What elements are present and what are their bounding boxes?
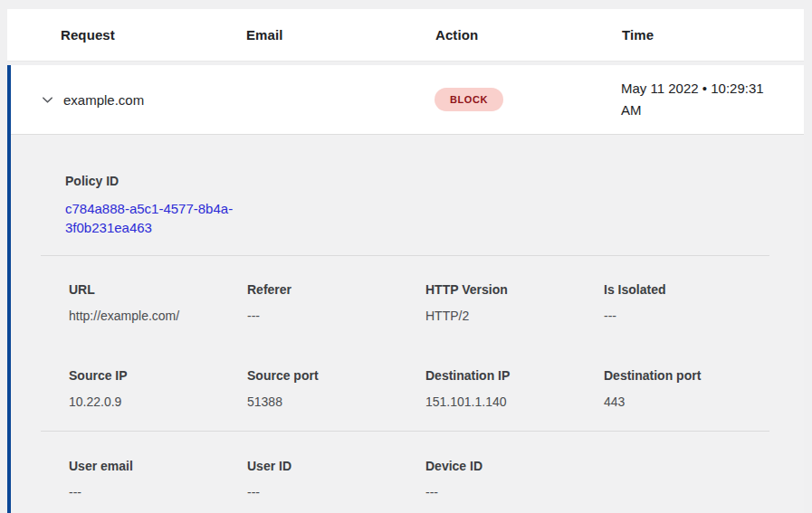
detail-field: User ID ---: [247, 459, 425, 499]
detail-row-network: Source IP 10.22.0.9 Source port 51388 De…: [41, 368, 769, 409]
field-value: HTTP/2: [425, 309, 604, 323]
field-label: Device ID: [425, 459, 604, 473]
policy-section: Policy ID c784a888-a5c1-4577-8b4a-3f0b23…: [41, 174, 769, 237]
field-label: Referer: [247, 282, 425, 297]
field-label: Destination port: [604, 368, 769, 383]
policy-id-label: Policy ID: [65, 174, 769, 188]
field-value: ---: [604, 309, 769, 323]
chevron-down-icon: [41, 93, 54, 107]
request-value: example.com: [63, 92, 245, 108]
field-label: Is Isolated: [604, 282, 769, 297]
detail-field: Source port 51388: [247, 368, 425, 409]
detail-field: Referer ---: [247, 282, 425, 323]
column-header-request: Request: [61, 27, 246, 43]
field-value: 51388: [247, 394, 425, 409]
field-value: ---: [247, 309, 425, 323]
field-label: Source port: [247, 368, 425, 383]
field-value: 151.101.1.140: [425, 394, 604, 409]
column-header-email: Email: [246, 27, 435, 43]
detail-field: Is Isolated ---: [604, 282, 769, 323]
detail-field: URL http://example.com/: [69, 282, 247, 323]
field-value: ---: [425, 485, 604, 499]
field-value: http://example.com/: [69, 309, 247, 323]
request-detail-panel: Policy ID c784a888-a5c1-4577-8b4a-3f0b23…: [11, 135, 804, 513]
detail-row-http: URL http://example.com/ Referer --- HTTP…: [41, 282, 769, 323]
column-header-action: Action: [435, 27, 622, 43]
field-label: URL: [69, 282, 247, 297]
policy-id-link[interactable]: c784a888-a5c1-4577-8b4a-3f0b231ea463: [65, 199, 246, 237]
detail-field: [604, 459, 769, 499]
action-badge: BLOCK: [435, 88, 503, 111]
action-cell: BLOCK: [435, 88, 621, 111]
field-value: ---: [69, 485, 247, 499]
expanded-row-container: example.com BLOCK May 11 2022 • 10:29:31…: [7, 65, 804, 513]
field-value: ---: [247, 485, 425, 499]
column-header-time: Time: [622, 27, 804, 43]
field-label: Destination IP: [425, 368, 604, 383]
detail-field: Source IP 10.22.0.9: [69, 368, 247, 409]
field-value: 10.22.0.9: [69, 394, 247, 409]
field-label: User ID: [247, 459, 425, 473]
field-label: Source IP: [69, 368, 247, 383]
detail-field: HTTP Version HTTP/2: [425, 282, 604, 323]
detail-row-user: User email --- User ID --- Device ID ---: [41, 459, 769, 499]
request-log-viewer: Request Email Action Time example.com BL…: [0, 0, 812, 513]
table-header: Request Email Action Time: [7, 9, 804, 62]
log-row[interactable]: example.com BLOCK May 11 2022 • 10:29:31…: [11, 65, 804, 135]
field-label: User email: [69, 459, 247, 473]
section-divider: [41, 431, 769, 432]
collapse-row-button[interactable]: [37, 90, 57, 109]
field-label: HTTP Version: [425, 282, 604, 297]
detail-field: Device ID ---: [425, 459, 604, 499]
section-divider: [41, 255, 769, 256]
detail-field: User email ---: [69, 459, 247, 499]
field-value: 443: [604, 394, 769, 409]
detail-field: Destination IP 151.101.1.140: [425, 368, 604, 409]
detail-field: Destination port 443: [604, 368, 769, 409]
time-value: May 11 2022 • 10:29:31 AM: [621, 78, 804, 121]
